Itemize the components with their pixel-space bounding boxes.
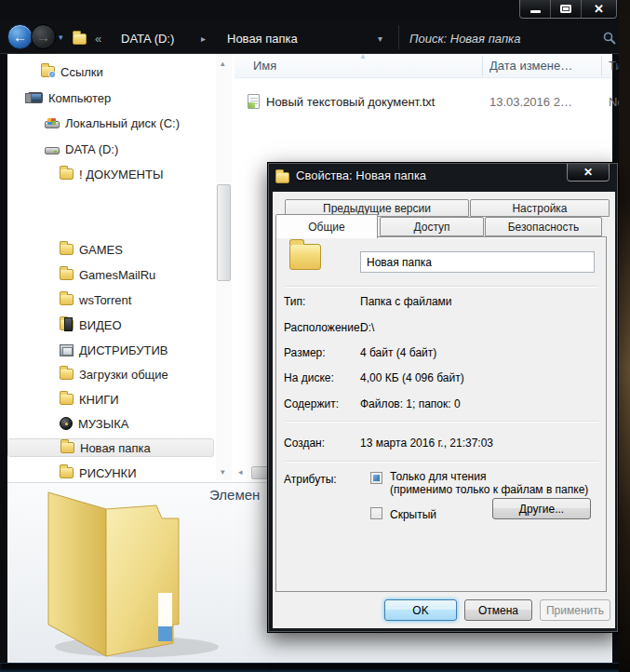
scroll-down-icon[interactable]: ▾ <box>221 467 225 477</box>
sidebar-item-games[interactable]: GAMES <box>60 240 123 259</box>
breadcrumb-drive[interactable]: DATA (D:) <box>121 32 174 46</box>
tab-sharing[interactable]: Доступ <box>380 217 484 236</box>
properties-dialog: Свойства: Новая папка ✕ Предыдущие верси… <box>267 162 619 633</box>
details-pane-text: Элемен <box>209 487 260 503</box>
history-dropdown-icon[interactable]: ▾ <box>59 33 63 42</box>
folder-icon <box>60 244 74 255</box>
divider <box>286 286 598 288</box>
folder-video-icon <box>60 319 74 330</box>
navigation-toolbar: ← → ▾ « DATA (D:) ▸ Новая папка ▾ Поиск:… <box>0 20 630 54</box>
sidebar-item-local-disk-c[interactable]: Локальный диск (C:) <box>45 114 180 132</box>
field-value: Папка с файлами <box>360 295 452 308</box>
sidebar-item-music[interactable]: МУЗЫКА <box>60 414 128 433</box>
breadcrumb-separator-icon[interactable]: ▸ <box>201 34 206 44</box>
folder-favorites-icon <box>41 66 55 77</box>
sidebar-item-documents[interactable]: ! ДОКУМЕНТЫ <box>60 165 163 183</box>
divider <box>286 461 598 463</box>
column-header-name[interactable]: Имя <box>253 59 276 73</box>
attributes-label: Атрибуты: <box>284 473 337 486</box>
file-name: Новый текстовый документ.txt <box>266 95 435 109</box>
dialog-titlebar: Свойства: Новая папка <box>275 168 426 182</box>
tab-general[interactable]: Общие <box>275 214 378 238</box>
window-titlebar: ✕ <box>0 0 630 20</box>
tab-customize[interactable]: Настройка <box>470 199 610 217</box>
close-icon: ✕ <box>594 2 604 16</box>
tab-security[interactable]: Безопасность <box>485 217 602 236</box>
sidebar-item-downloads[interactable]: Загрузки общие <box>60 365 168 383</box>
drive-icon <box>45 147 60 155</box>
breadcrumb-folder[interactable]: Новая папка <box>227 32 298 46</box>
sidebar-item-books[interactable]: КНИГИ <box>60 390 119 409</box>
file-row[interactable]: Новый текстовый документ.txt 13.03.2016 … <box>235 93 612 112</box>
archive-box-icon <box>60 344 74 356</box>
minimize-button[interactable] <box>520 0 551 18</box>
close-button[interactable]: ✕ <box>582 0 616 18</box>
dialog-title: Свойства: Новая папка <box>296 168 426 182</box>
back-button[interactable]: ← <box>7 24 33 49</box>
search-icon[interactable] <box>603 32 616 45</box>
breadcrumb-dropdown-icon[interactable]: ▾ <box>378 34 382 44</box>
readonly-checkbox[interactable] <box>370 472 382 484</box>
file-date: 13.03.2016 2… <box>489 95 572 109</box>
field-value: 4,00 КБ (4 096 байт) <box>360 371 464 384</box>
field-label: Создан: <box>284 437 325 450</box>
search-divider <box>398 25 399 49</box>
window-bottom-border <box>0 663 630 672</box>
list-header: ▲ Имя Дата измене… Тип <box>235 54 612 78</box>
general-tab-page: Тип: Папка с файлами Расположение: D:\ Р… <box>275 236 607 592</box>
sidebar-item-data-d[interactable]: DATA (D:) <box>45 140 118 158</box>
column-divider[interactable] <box>601 56 602 76</box>
sidebar-item-wstorrent[interactable]: wsTorrent <box>60 290 131 309</box>
field-label: Тип: <box>284 295 305 308</box>
folder-icon <box>289 244 321 270</box>
sidebar-item-links[interactable]: Ссылки <box>41 62 103 81</box>
folder-icon <box>60 369 74 380</box>
music-disc-icon <box>60 417 73 430</box>
hidden-label: Скрытый <box>390 508 436 521</box>
hidden-checkbox[interactable] <box>370 507 382 519</box>
sidebar-item-distributiv[interactable]: ДИСТРИБУТИВ <box>60 341 168 359</box>
field-value: Файлов: 1; папок: 0 <box>360 397 461 410</box>
dialog-close-button[interactable]: ✕ <box>567 164 610 181</box>
folder-icon <box>60 168 74 180</box>
hard-disk-icon <box>45 121 60 128</box>
field-label: На диске: <box>284 371 334 384</box>
search-input[interactable]: Поиск: Новая папка <box>409 32 520 46</box>
maximize-button[interactable] <box>551 0 582 18</box>
sidebar-item-pictures[interactable]: РИСУНКИ <box>60 464 137 482</box>
sidebar-scrollbar-thumb[interactable] <box>217 184 231 281</box>
folder-icon <box>60 269 74 280</box>
cancel-button[interactable]: Отмена <box>464 599 532 621</box>
readonly-note: (применимо только к файлам в папке) <box>390 483 588 496</box>
close-icon: ✕ <box>583 166 593 179</box>
sidebar-item-new-folder[interactable]: Новая папка <box>7 438 214 457</box>
column-header-date[interactable]: Дата измене… <box>489 59 599 73</box>
field-value: D:\ <box>360 321 374 334</box>
column-divider[interactable] <box>482 56 483 76</box>
minimize-icon <box>530 10 541 13</box>
sidebar-item-video[interactable]: ВИДЕО <box>60 316 122 334</box>
maximize-icon <box>560 5 571 13</box>
sidebar-item-gamesmailru[interactable]: GamesMailRu <box>60 265 155 284</box>
folder-icon <box>60 394 74 405</box>
sidebar-item-computer[interactable]: Компьютер <box>28 88 111 107</box>
scroll-up-icon[interactable]: ▴ <box>221 59 225 68</box>
folder-name-input[interactable] <box>360 251 595 273</box>
ok-button[interactable]: OK <box>384 599 457 621</box>
folder-icon <box>60 294 74 305</box>
text-document-icon <box>248 94 260 109</box>
back-icon: ← <box>13 29 27 45</box>
window-controls: ✕ <box>519 0 617 19</box>
forward-icon: → <box>36 29 50 45</box>
folder-icon <box>60 442 74 453</box>
field-label: Размер: <box>284 346 326 359</box>
other-attributes-button[interactable]: Другие... <box>492 498 591 519</box>
divider <box>286 421 598 423</box>
field-label: Содержит: <box>284 397 339 410</box>
forward-button[interactable]: → <box>31 24 56 49</box>
field-value: 4 байт (4 байт) <box>360 346 436 359</box>
readonly-label: Только для чтения <box>390 470 486 483</box>
breadcrumb-overflow-chevrons[interactable]: « <box>95 32 101 46</box>
desktop-strip <box>619 0 630 672</box>
apply-button[interactable]: Применить <box>540 599 610 621</box>
